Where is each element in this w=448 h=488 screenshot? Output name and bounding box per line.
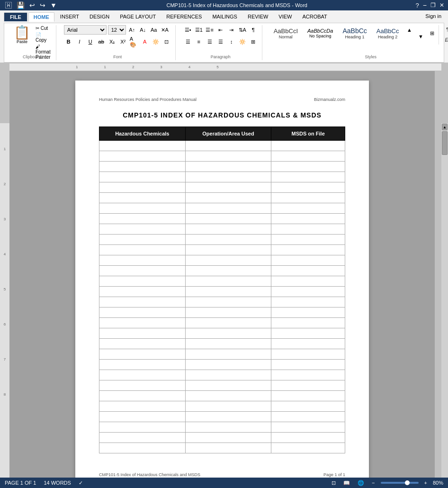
table-cell-16-1[interactable] [185,307,271,318]
table-cell-2-1[interactable] [185,162,271,172]
table-cell-26-0[interactable] [99,412,186,422]
table-cell-19-1[interactable] [185,339,271,349]
zoom-level[interactable]: 80% [433,480,443,486]
table-cell-3-2[interactable] [271,172,345,182]
tab-references[interactable]: REFERENCES [161,12,206,22]
web-layout-btn[interactable]: 🌐 [356,479,366,487]
table-cell-8-1[interactable] [185,224,271,235]
table-cell-28-0[interactable] [99,433,186,443]
table-cell-26-2[interactable] [271,412,345,422]
table-cell-12-0[interactable] [99,266,186,276]
table-cell-25-0[interactable] [99,401,186,412]
table-row[interactable] [99,380,345,391]
proofing-icon[interactable]: ✓ [79,480,83,486]
style-heading1[interactable]: AaBbCc Heading 1 [339,25,370,41]
restore-btn[interactable]: ❐ [430,2,436,9]
sort-btn[interactable]: ⇅A [238,25,247,35]
styles-expand[interactable]: ⊞ [427,28,437,38]
table-cell-3-1[interactable] [185,172,271,182]
align-right-btn[interactable]: ☰ [205,37,215,46]
table-cell-1-0[interactable] [99,151,186,162]
table-cell-8-2[interactable] [271,224,345,235]
table-row[interactable] [99,193,345,203]
shrink-font-btn[interactable]: A↓ [138,25,148,35]
table-row[interactable] [99,360,345,370]
tab-file[interactable]: FILE [4,12,27,22]
table-cell-25-1[interactable] [185,401,271,412]
font-size-select[interactable]: 12 [108,25,126,35]
table-row[interactable] [99,141,345,151]
table-cell-21-2[interactable] [271,360,345,370]
table-cell-19-0[interactable] [99,339,186,349]
table-row[interactable] [99,172,345,182]
table-cell-15-0[interactable] [99,297,186,307]
table-cell-9-1[interactable] [185,235,271,245]
table-cell-26-1[interactable] [185,412,271,422]
table-cell-20-1[interactable] [185,349,271,360]
table-cell-29-2[interactable] [271,443,345,453]
zoom-in-btn[interactable]: + [422,480,429,486]
table-cell-21-0[interactable] [99,360,186,370]
table-cell-23-0[interactable] [99,380,186,391]
show-hide-btn[interactable]: ¶ [249,25,258,35]
italic-button[interactable]: I [75,37,84,46]
table-row[interactable] [99,328,345,339]
table-row[interactable] [99,224,345,235]
undo-quick-btn[interactable]: ↩ [28,1,36,9]
table-cell-0-1[interactable] [185,141,271,151]
style-normal[interactable]: AaBbCcI Normal [270,26,302,41]
table-cell-16-0[interactable] [99,307,186,318]
table-row[interactable] [99,443,345,453]
font-name-select[interactable]: Arial [64,25,107,35]
tab-review[interactable]: REVIEW [243,12,273,22]
table-cell-27-0[interactable] [99,422,186,433]
table-cell-9-0[interactable] [99,235,186,245]
line-spacing-btn[interactable]: ↕ [227,37,236,46]
table-cell-17-1[interactable] [185,318,271,328]
table-row[interactable] [99,349,345,360]
print-layout-btn[interactable]: ⊡ [330,479,338,487]
table-cell-29-1[interactable] [185,443,271,453]
help-btn[interactable]: ? [416,2,419,9]
page[interactable]: Human Resources Policies and Procedures … [75,81,369,488]
table-cell-5-2[interactable] [271,193,345,203]
copy-button[interactable]: 📄 Copy [34,32,52,43]
table-row[interactable] [99,433,345,443]
table-cell-14-0[interactable] [99,287,186,297]
align-left-btn[interactable]: ☰ [183,37,193,46]
numbering-btn[interactable]: ☰1 [194,25,204,35]
table-cell-28-2[interactable] [271,433,345,443]
bold-button[interactable]: B [64,37,73,46]
table-row[interactable] [99,339,345,349]
styles-scroll-up[interactable]: ▲ [404,25,414,35]
table-cell-13-2[interactable] [271,276,345,287]
bullets-btn[interactable]: ☰• [183,25,193,35]
table-cell-23-1[interactable] [185,380,271,391]
change-case-btn[interactable]: Aa [149,25,159,35]
table-cell-29-0[interactable] [99,443,186,453]
table-row[interactable] [99,162,345,172]
table-cell-1-2[interactable] [271,151,345,162]
table-row[interactable] [99,370,345,380]
more-quick-btn[interactable]: ▼ [49,1,58,9]
table-cell-28-1[interactable] [185,433,271,443]
align-center-btn[interactable]: ≡ [194,37,204,46]
superscript-button[interactable]: X² [118,37,128,46]
table-cell-11-0[interactable] [99,255,186,266]
style-heading2[interactable]: AaBbCc Heading 2 [373,26,403,41]
table-row[interactable] [99,203,345,214]
subscript-button[interactable]: X₂ [108,37,117,46]
tab-design[interactable]: DESIGN [85,12,114,22]
table-cell-24-0[interactable] [99,391,186,401]
table-row[interactable] [99,245,345,255]
tab-insert[interactable]: INSERT [55,12,84,22]
table-cell-11-2[interactable] [271,255,345,266]
table-cell-2-0[interactable] [99,162,186,172]
table-cell-17-0[interactable] [99,318,186,328]
table-cell-6-2[interactable] [271,203,345,214]
table-row[interactable] [99,297,345,307]
close-btn[interactable]: ✕ [439,2,444,9]
table-cell-22-2[interactable] [271,370,345,380]
table-cell-10-1[interactable] [185,245,271,255]
table-cell-9-2[interactable] [271,235,345,245]
